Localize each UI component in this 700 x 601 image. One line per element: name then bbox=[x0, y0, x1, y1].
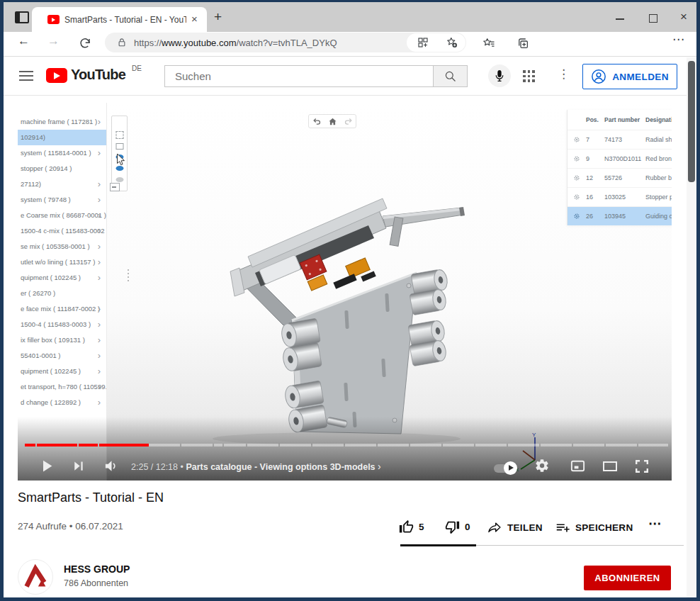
share-button[interactable]: TEILEN bbox=[487, 519, 543, 535]
current-duration: 2:25 / 12:18 bbox=[131, 462, 178, 472]
back-button[interactable]: ← bbox=[18, 34, 30, 48]
settings-gear-icon[interactable] bbox=[534, 458, 550, 473]
progress-chapter-segment[interactable] bbox=[638, 444, 668, 446]
progress-chapter-segment[interactable] bbox=[410, 444, 441, 446]
progress-chapter-segment[interactable] bbox=[37, 444, 78, 446]
progress-chapter-segment[interactable] bbox=[312, 444, 344, 446]
tab-close-icon[interactable]: × bbox=[191, 13, 198, 25]
mic-icon bbox=[492, 69, 507, 83]
dislike-count: 0 bbox=[465, 522, 470, 532]
tab-title: SmartParts - Tutorial - EN - YouT bbox=[64, 15, 186, 25]
collections-icon[interactable] bbox=[516, 37, 529, 50]
url-host: www.youtube.com bbox=[162, 38, 237, 48]
search-button[interactable] bbox=[433, 65, 468, 87]
tree-item: system ( 115814-0001 )› bbox=[18, 145, 106, 161]
gear-icon bbox=[573, 174, 580, 181]
browser-menu-icon[interactable]: ⋯ bbox=[672, 32, 684, 47]
save-button[interactable]: SPEICHERN bbox=[555, 519, 633, 535]
progress-chapter-segment[interactable] bbox=[79, 444, 98, 446]
save-playlist-icon bbox=[555, 519, 570, 535]
progress-chapter-segment[interactable] bbox=[99, 444, 180, 446]
next-button[interactable] bbox=[71, 459, 86, 473]
chevron-right-icon: › bbox=[98, 379, 101, 395]
progress-chapter-segment[interactable] bbox=[541, 444, 572, 446]
video-player[interactable]: machine frame ( 117281 )› 102914) system… bbox=[18, 103, 672, 481]
lock-icon[interactable] bbox=[116, 37, 128, 48]
progress-chapter-segment[interactable] bbox=[280, 444, 311, 446]
progress-chapter-segment[interactable] bbox=[181, 444, 213, 446]
channel-subscribers: 786 Abonnenten bbox=[64, 578, 128, 588]
split-screen-icon[interactable] bbox=[417, 37, 429, 48]
col-pos: Pos. bbox=[586, 116, 604, 123]
progress-bar[interactable] bbox=[25, 444, 668, 446]
favorites-icon[interactable] bbox=[482, 37, 495, 50]
fullscreen-button[interactable] bbox=[633, 458, 650, 475]
chevron-right-icon: › bbox=[98, 317, 101, 332]
parts-table: Pos. Part number Designatio 774173Radial… bbox=[567, 110, 672, 225]
undo-icon bbox=[312, 117, 322, 126]
progress-chapter-segment[interactable] bbox=[224, 444, 246, 446]
progress-chapter-segment[interactable] bbox=[25, 444, 35, 446]
volume-button[interactable] bbox=[103, 458, 120, 474]
page-scrollbar-thumb[interactable] bbox=[688, 61, 695, 182]
chevron-right-icon: › bbox=[98, 239, 101, 254]
bullet: • bbox=[181, 462, 184, 472]
channel-name[interactable]: HESS GROUP bbox=[64, 563, 130, 575]
search-input[interactable] bbox=[165, 66, 433, 86]
tree-item: et transport, h=780 ( 110599...› bbox=[18, 379, 106, 395]
progress-chapter-segment[interactable] bbox=[214, 444, 222, 446]
apps-grid-icon[interactable] bbox=[523, 70, 535, 82]
url-text[interactable]: https://www.youtube.com/watch?v=tvhTLA_D… bbox=[134, 38, 337, 48]
voice-search-button[interactable] bbox=[488, 64, 511, 87]
progress-chapter-segment[interactable] bbox=[606, 444, 637, 446]
youtube-header: YouTube DE ⋮ ANMELDEN bbox=[4, 57, 696, 95]
miniplayer-button[interactable] bbox=[570, 458, 586, 474]
menu-icon[interactable] bbox=[19, 71, 33, 81]
more-options-icon[interactable]: ⋮ bbox=[558, 67, 570, 82]
add-favorite-icon[interactable] bbox=[446, 36, 458, 48]
theater-mode-button[interactable] bbox=[602, 458, 619, 475]
chevron-right-icon: › bbox=[98, 176, 101, 192]
tree-item: stopper ( 20914 ) bbox=[18, 161, 106, 176]
window-maximize-button[interactable] bbox=[649, 14, 657, 23]
tab-actions-menu-icon[interactable] bbox=[15, 11, 29, 23]
new-tab-button[interactable]: + bbox=[214, 9, 222, 25]
like-count: 5 bbox=[419, 522, 424, 532]
thumbs-down-icon bbox=[445, 519, 460, 534]
chevron-right-icon: › bbox=[98, 332, 101, 348]
signin-button[interactable]: ANMELDEN bbox=[582, 64, 677, 89]
browser-navbar: ← → https://www.youtube.com/watch?v=tvhT… bbox=[4, 32, 696, 57]
url-scheme: https:// bbox=[134, 38, 162, 48]
chapter-chevron-icon: › bbox=[378, 461, 381, 472]
youtube-logo-icon[interactable] bbox=[46, 68, 67, 83]
refresh-button[interactable] bbox=[79, 37, 91, 50]
dislike-button[interactable]: 0 bbox=[445, 519, 470, 534]
time-display: 2:25 / 12:18 • Parts catalogue - Viewing… bbox=[131, 461, 381, 472]
visibility-icon bbox=[115, 166, 123, 171]
progress-chapter-segment[interactable] bbox=[378, 444, 409, 446]
progress-chapter-segment[interactable] bbox=[443, 444, 474, 446]
youtube-logo-text[interactable]: YouTube bbox=[71, 67, 125, 83]
share-label: TEILEN bbox=[507, 522, 543, 533]
progress-chapter-segment[interactable] bbox=[508, 444, 539, 446]
chapter-title[interactable]: Parts catalogue - Viewing options 3D-mod… bbox=[186, 462, 375, 472]
autoplay-toggle[interactable] bbox=[494, 464, 515, 473]
play-button[interactable] bbox=[37, 456, 56, 476]
parts-table-header: Pos. Part number Designatio bbox=[568, 110, 672, 130]
thumbs-up-icon bbox=[399, 519, 414, 534]
browser-tab[interactable]: SmartParts - Tutorial - EN - YouT × bbox=[32, 7, 207, 34]
window-close-button[interactable]: × bbox=[680, 10, 687, 24]
progress-chapter-segment[interactable] bbox=[247, 444, 278, 446]
address-bar[interactable]: https://www.youtube.com/watch?v=tvhTLA_D… bbox=[105, 33, 466, 52]
more-actions-icon[interactable]: ⋯ bbox=[648, 515, 662, 532]
chevron-right-icon: › bbox=[98, 114, 101, 130]
channel-avatar[interactable] bbox=[18, 559, 53, 595]
progress-chapter-segment[interactable] bbox=[345, 444, 376, 446]
window-minimize-button[interactable] bbox=[616, 18, 624, 20]
like-button[interactable]: 5 bbox=[399, 519, 424, 534]
subscribe-button[interactable]: ABONNIEREN bbox=[584, 566, 671, 590]
progress-chapter-segment[interactable] bbox=[573, 444, 604, 446]
progress-chapter-segment[interactable] bbox=[475, 444, 507, 446]
viewer-history-toolbar bbox=[308, 114, 356, 128]
browser-titlebar: SmartParts - Tutorial - EN - YouT × + × bbox=[4, 2, 696, 32]
